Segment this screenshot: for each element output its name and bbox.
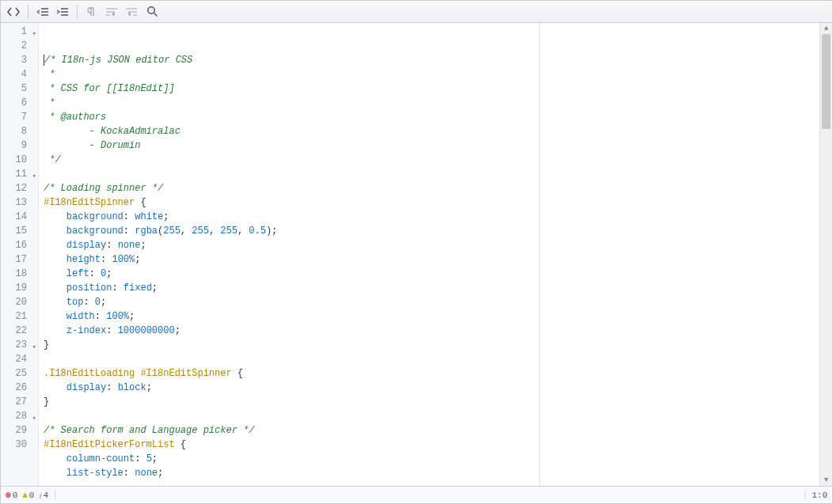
code-line[interactable]: [44, 409, 816, 423]
statusbar: ⊗ 0 ▲ 0 i 4 1:0: [1, 486, 832, 503]
editor-main: 1▾234567891011▾121314151617181920212223▾…: [1, 23, 832, 486]
gutter-line: 27: [1, 395, 38, 409]
show-invisibles-button[interactable]: [82, 3, 101, 21]
code-line[interactable]: top: 0;: [44, 295, 816, 309]
outdent-icon: [36, 6, 49, 17]
code-line[interactable]: display: none;: [44, 238, 816, 252]
code-line[interactable]: list-style: none;: [44, 466, 816, 480]
code-line[interactable]: * CSS for [[I18nEdit]]: [44, 81, 816, 96]
gutter-line: 22: [1, 324, 38, 338]
gutter-line: 25: [1, 366, 38, 381]
indent-button[interactable]: [53, 3, 72, 21]
gutter-line: 14: [1, 210, 38, 224]
gutter-line: 17: [1, 252, 38, 267]
code-line[interactable]: *: [44, 67, 816, 81]
error-icon: ⊗: [6, 490, 11, 500]
code-area[interactable]: /* I18n-js JSON editor CSS * * CSS for […: [39, 23, 820, 486]
line-gutter: 1▾234567891011▾121314151617181920212223▾…: [1, 23, 39, 486]
wrap-icon: [105, 6, 118, 17]
code-line[interactable]: [44, 352, 816, 366]
gutter-line: 28▾: [1, 409, 38, 423]
scroll-up-icon[interactable]: ▲: [820, 23, 832, 34]
code-line[interactable]: display: block;: [44, 381, 816, 395]
gutter-line: 1▾: [1, 25, 38, 39]
gutter-line: 2: [1, 39, 38, 53]
gutter-line: 9: [1, 138, 38, 153]
vertical-scrollbar[interactable]: ▲ ▼: [820, 23, 832, 486]
wrap-button-2[interactable]: [122, 3, 141, 21]
gutter-line: 4: [1, 67, 38, 81]
status-errors[interactable]: ⊗ 0: [6, 490, 17, 500]
status-info[interactable]: i 4: [39, 491, 48, 500]
code-line[interactable]: /* Loading spinner */: [44, 181, 816, 195]
gutter-line: 24: [1, 352, 38, 366]
error-count: 0: [13, 491, 18, 500]
code-line[interactable]: * @authors: [44, 110, 816, 124]
gutter-line: 13: [1, 195, 38, 210]
code-line[interactable]: width: 100%;: [44, 309, 816, 324]
code-line[interactable]: z-index: 1000000000;: [44, 324, 816, 338]
code-line[interactable]: position: fixed;: [44, 281, 816, 295]
gutter-line: 18: [1, 267, 38, 281]
svg-point-0: [147, 7, 154, 13]
code-line[interactable]: .I18nEditLoading #I18nEditSpinner {: [44, 366, 816, 381]
gutter-line: 12: [1, 181, 38, 195]
gutter-line: 20: [1, 295, 38, 309]
status-warnings[interactable]: ▲ 0: [22, 491, 34, 500]
code-line[interactable]: *: [44, 96, 816, 110]
code-line[interactable]: }: [44, 338, 816, 352]
code-line[interactable]: /* Search form and Language picker */: [44, 423, 816, 438]
code-line[interactable]: #I18nEditSpinner {: [44, 195, 816, 210]
code-line[interactable]: column-count: 5;: [44, 452, 816, 466]
code-line[interactable]: /* I18n-js JSON editor CSS: [44, 53, 816, 67]
code-line[interactable]: #I18nEditPickerFormList {: [44, 438, 816, 452]
gutter-line: 11▾: [1, 167, 38, 181]
toggle-code-button[interactable]: [4, 3, 23, 21]
gutter-line: 6: [1, 96, 38, 110]
toolbar-separator: [77, 5, 78, 19]
search-icon: [146, 6, 158, 17]
cursor-position: 1:0: [804, 491, 827, 500]
indent-icon: [56, 6, 69, 17]
scroll-down-icon[interactable]: ▼: [820, 475, 832, 486]
editor-pane[interactable]: 1▾234567891011▾121314151617181920212223▾…: [1, 23, 820, 486]
code-line[interactable]: */: [44, 153, 816, 167]
warning-icon: ▲: [22, 491, 28, 500]
angle-brackets-icon: [7, 6, 20, 17]
code-line[interactable]: left: 0;: [44, 267, 816, 281]
toolbar: [1, 1, 832, 23]
gutter-line: 8: [1, 124, 38, 138]
gutter-line: 21: [1, 309, 38, 324]
gutter-line: 15: [1, 224, 38, 238]
wrap-button-1[interactable]: [102, 3, 121, 21]
gutter-line: 30: [1, 438, 38, 452]
code-line[interactable]: height: 100%;: [44, 252, 816, 267]
info-icon: i: [39, 491, 41, 500]
outdent-button[interactable]: [33, 3, 52, 21]
vertical-ruler: [539, 23, 540, 486]
scrollbar-thumb[interactable]: [822, 34, 831, 129]
gutter-line: 10: [1, 153, 38, 167]
gutter-line: 16: [1, 238, 38, 252]
code-line[interactable]: background: rgba(255, 255, 255, 0.5);: [44, 224, 816, 238]
code-line[interactable]: - KockaAdmiralac: [44, 124, 816, 138]
search-button[interactable]: [143, 3, 162, 21]
code-line[interactable]: [44, 167, 816, 181]
warning-count: 0: [29, 491, 35, 500]
info-count: 4: [44, 491, 49, 500]
gutter-line: 26: [1, 381, 38, 395]
gutter-line: 23▾: [1, 338, 38, 352]
gutter-line: 5: [1, 81, 38, 96]
code-line[interactable]: - Dorumin: [44, 138, 816, 153]
code-line[interactable]: }: [44, 395, 816, 409]
code-line[interactable]: background: white;: [44, 210, 816, 224]
pilcrow-icon: [86, 6, 97, 17]
gutter-line: 19: [1, 281, 38, 295]
gutter-line: 29: [1, 423, 38, 438]
gutter-line: 3: [1, 53, 38, 67]
wrap-left-icon: [125, 6, 138, 17]
toolbar-separator: [28, 5, 29, 19]
gutter-line: 7: [1, 110, 38, 124]
